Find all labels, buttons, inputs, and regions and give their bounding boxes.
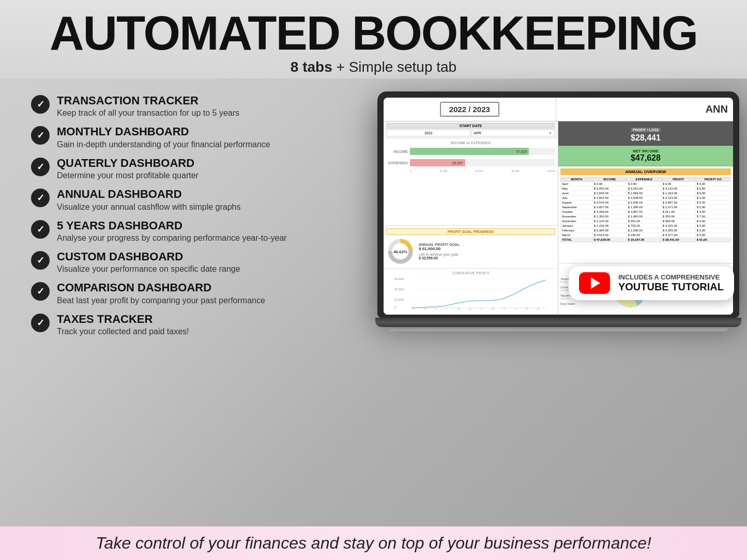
feature-text-0: TRANSACTION TRACKER Keep track of all yo…: [57, 94, 239, 118]
annual-profit-goal-label: ANNUAL PROFIT GOAL: [419, 243, 460, 246]
feature-title-4: 5 YEARS DASHBOARD: [57, 219, 287, 232]
feature-title-0: TRANSACTION TRACKER: [57, 94, 239, 107]
left-to-achieve-value: $ 32,559.00: [419, 256, 460, 260]
feature-title-7: TAXES TRACKER: [57, 313, 189, 326]
profit-goal-section: PROFIT GOAL PROGRESS 46.62%: [384, 225, 558, 268]
feature-title-1: MONTHLY DASHBOARD: [57, 125, 270, 138]
income-expenses-section: INCOME vs EXPENSES INCOME 47,628: [384, 138, 558, 225]
annual-overview-title: ANNUAL OVERVIEW: [560, 168, 731, 175]
ib-name-4: Etsy Sales: [560, 302, 607, 305]
income-chart-title: INCOME vs EXPENSES: [386, 141, 555, 145]
donut-chart: 46.62%: [386, 237, 415, 266]
feature-item-4: 5 YEARS DASHBOARD Analyse your progress …: [31, 219, 362, 243]
col-profit: PROFIT: [661, 177, 695, 182]
features-list: TRANSACTION TRACKER Keep track of all yo…: [31, 89, 362, 521]
laptop-foot: [388, 327, 729, 331]
feature-text-1: MONTHLY DASHBOARD Gain in-depth understa…: [57, 125, 270, 149]
feature-item-0: TRANSACTION TRACKER Keep track of all yo…: [31, 94, 362, 118]
check-icon-6: [31, 282, 50, 301]
svg-text:Oct: Oct: [478, 307, 483, 309]
check-icon-1: [31, 126, 50, 145]
expenses-bar-fill: 19,187: [410, 159, 465, 166]
feature-desc-0: Keep track of all your transaction for u…: [57, 108, 239, 118]
svg-text:10,000: 10,000: [394, 298, 404, 301]
laptop-section: 2022 / 2023 ANN: [377, 89, 739, 521]
table-row: January $ 4,150.00 $ 725.00 $ 3,425.00 $…: [561, 224, 731, 228]
income-bar-fill: 47,628: [410, 148, 529, 155]
table-row: October $ 4,268.00 $ 3,857.00 $ 611.00 $…: [561, 210, 731, 214]
screen-row1: 2022 / 2023 ANN: [384, 98, 733, 121]
start-date-month: APR ▼: [471, 130, 555, 136]
feature-desc-3: Visualize your annual cashflow with simp…: [57, 203, 240, 212]
col-income: INCOME: [592, 177, 627, 182]
svg-text:20,000: 20,000: [394, 288, 404, 291]
table-row: April $ 0.00 $ 0.00 $ 0.00 $ 5,00: [561, 182, 731, 186]
feature-desc-7: Track your collected and paid taxes!: [57, 327, 189, 336]
start-date-values: 2022 APR ▼: [387, 130, 555, 136]
profit-goal-title: PROFIT GOAL PROGRESS: [386, 228, 555, 235]
income-bar-container: 47,628: [410, 148, 555, 155]
year-box: 2022 / 2023: [440, 102, 499, 117]
feature-desc-6: Beat last year profit by comparing your …: [57, 296, 265, 305]
check-icon-0: [31, 95, 50, 114]
feature-item-1: MONTHLY DASHBOARD Gain in-depth understa…: [31, 125, 362, 149]
table-row: February $ 6,394.00 $ 1,039.00 $ 5,355.0…: [561, 228, 731, 233]
expenses-label: EXPENSES: [386, 161, 408, 165]
feature-text-7: TAXES TRACKER Track your collected and p…: [57, 313, 189, 336]
feature-desc-5: Visualize your performance on specific d…: [57, 265, 240, 274]
header-row: MONTH INCOME EXPENSES PROFIT PROFIT GO: [561, 177, 731, 182]
start-date-label: START DATE: [387, 123, 555, 129]
col-profit-goal: PROFIT GO: [695, 177, 730, 182]
table-row: August $ 6,543.00 $ 2,546.00 $ 3,997.00 …: [561, 200, 731, 205]
screen-panel-left: START DATE 2022 APR ▼: [384, 121, 558, 315]
table-header: MONTH INCOME EXPENSES PROFIT PROFIT GO: [561, 177, 731, 182]
main-content: AUTOMATED BOOKKEEPING 8 tabs + Simple se…: [0, 0, 747, 560]
svg-text:46.62%: 46.62%: [393, 250, 407, 254]
feature-item-5: CUSTOM DASHBOARD Visualize your performa…: [31, 250, 362, 274]
youtube-icon: [579, 272, 610, 294]
svg-text:0: 0: [394, 306, 397, 309]
youtube-text: INCLUDES A COMPREHENSIVE YOUTUBE TUTORIA…: [618, 273, 724, 293]
year-cell: 2022 / 2023: [384, 98, 556, 121]
chart-axis: 0 10,000 20,000 30,000 40,000: [386, 169, 555, 173]
laptop-wrapper: 2022 / 2023 ANN: [377, 91, 739, 331]
ann-text: ANN: [706, 103, 728, 115]
header: AUTOMATED BOOKKEEPING 8 tabs + Simple se…: [0, 0, 747, 79]
feature-text-3: ANNUAL DASHBOARD Visualize your annual c…: [57, 188, 240, 211]
net-income-value: $47,628: [561, 153, 730, 163]
tutorial-text: YOUTUBE TUTORIAL: [618, 281, 724, 293]
expenses-bar-row: EXPENSES 19,187: [386, 159, 555, 166]
profit-loss-title: PROFIT / LOSS: [631, 128, 661, 132]
expenses-bar-container: 19,187: [410, 159, 555, 166]
check-icon-4: [31, 220, 50, 239]
feature-text-4: 5 YEARS DASHBOARD Analyse your progress …: [57, 219, 287, 243]
col-expenses: EXPENSES: [627, 177, 661, 182]
net-income-label: NET INCOME: [561, 149, 730, 153]
table-row: May $ 5,055.00 $ 3,915.00 $ 4,120.00 $ 5…: [561, 186, 731, 191]
ann-cell: ANN: [556, 98, 734, 121]
feature-item-2: QUATERLY DASHBOARD Determine your most p…: [31, 157, 362, 180]
feature-desc-2: Determine your most profitable quarter: [57, 171, 199, 180]
profit-goal-content: 46.62% ANNUAL PROFIT GOAL $ 61,000.00 Le…: [386, 237, 555, 266]
svg-text:Feb: Feb: [523, 307, 528, 309]
cumulative-section: CUMULATIVE PROFIT 30,000 20,000 10,000 0: [384, 268, 558, 315]
feature-title-5: CUSTOM DASHBOARD: [57, 250, 240, 263]
profit-loss-section: PROFIT / LOSS $28,441: [558, 121, 733, 146]
feature-item-6: COMPARISON DASHBOARD Beat last year prof…: [31, 281, 362, 305]
laptop-base: [375, 318, 741, 327]
table-row: December $ 1,120.00 $ 551.00 $ 569.00 $ …: [561, 219, 731, 224]
svg-text:Jan: Jan: [512, 307, 517, 309]
check-icon-5: [31, 251, 50, 270]
youtube-badge: INCLUDES A COMPREHENSIVE YOUTUBE TUTORIA…: [569, 266, 734, 300]
start-date-section: START DATE 2022 APR ▼: [384, 121, 558, 138]
col-month: MONTH: [561, 177, 593, 182]
feature-item-7: TAXES TRACKER Track your collected and p…: [31, 313, 362, 336]
annual-table: MONTH INCOME EXPENSES PROFIT PROFIT GO: [560, 177, 731, 242]
svg-text:30,000: 30,000: [394, 277, 404, 281]
cumulative-title: CUMULATIVE PROFIT: [386, 271, 555, 275]
feature-desc-1: Gain in-depth understanding of your fina…: [57, 140, 270, 149]
table-row: June $ 2,846.00 $ 1,683.00 $ 1,163.00 $ …: [561, 191, 731, 196]
income-bar-row: INCOME 47,628: [386, 148, 555, 155]
left-to-achieve-label: Left to achieve your goal: [419, 253, 460, 256]
start-date-year: 2022: [387, 130, 470, 136]
